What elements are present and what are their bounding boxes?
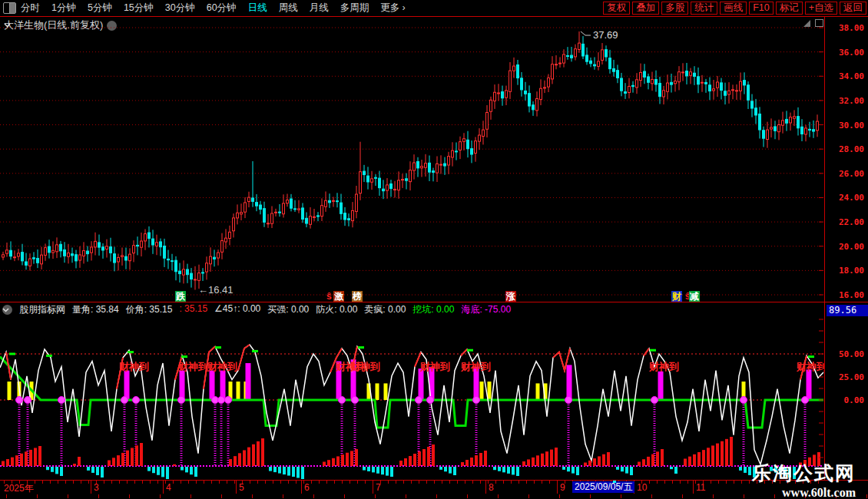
event-tag-涨: 涨: [505, 291, 516, 302]
axis-tick: [221, 494, 222, 498]
axis-tick: [388, 481, 389, 484]
indicator-field-1: 价角: 35.15: [126, 303, 173, 316]
toolbar-button-2[interactable]: 多股: [661, 2, 688, 15]
menu-item-7[interactable]: 周线: [279, 2, 298, 15]
axis-tick: [283, 494, 283, 498]
axis-border: [824, 17, 825, 494]
axis-tick: [196, 481, 197, 484]
watermark-url: www.60lt.com: [752, 486, 856, 499]
menu-item-8[interactable]: 月线: [310, 2, 329, 15]
month-separator: [163, 481, 164, 494]
axis-tick: [88, 481, 89, 484]
event-tag-减: 减: [689, 291, 700, 302]
chevron-down-icon[interactable]: [2, 305, 12, 315]
signal-label: 财神到: [350, 361, 380, 372]
axis-tick: [257, 481, 258, 484]
axis-tick: [104, 481, 104, 484]
toolbar-button-5[interactable]: F10: [749, 2, 774, 15]
signal-label: 财神到: [796, 361, 824, 372]
price-axis-label: 24.00: [828, 193, 864, 203]
month-label: 3: [94, 482, 99, 493]
signal-label: 财神到: [118, 361, 149, 372]
axis-tick: [157, 481, 158, 484]
indicator-field-2: : 35.15: [179, 303, 207, 316]
axis-tick: [744, 494, 744, 498]
price-axis-label: 32.00: [828, 96, 864, 106]
axis-tick: [442, 481, 442, 484]
price-axis-label: 34.00: [828, 71, 864, 81]
menu-item-9[interactable]: 多周期: [340, 2, 369, 15]
month-label: 4: [166, 482, 171, 493]
axis-tick: [357, 481, 358, 484]
axis-tick: [68, 494, 68, 498]
menu-item-1[interactable]: 1分钟: [51, 2, 76, 15]
menu-item-5[interactable]: 60分钟: [207, 2, 237, 15]
axis-tick: [480, 481, 481, 484]
watermark-site-name: 乐淘公式网: [752, 461, 856, 486]
price-axis-label: 18.00: [828, 266, 864, 276]
toolbar-button-1[interactable]: 叠加: [632, 2, 659, 15]
axis-tick: [411, 481, 412, 484]
event-tag-激: 激: [333, 291, 344, 302]
toolbar-button-4[interactable]: 画线: [720, 2, 747, 15]
month-label: 6: [304, 482, 310, 493]
panel-separator: [0, 302, 868, 302]
axis-tick: [250, 481, 250, 484]
axis-tick: [342, 481, 343, 484]
toolbar-button-6[interactable]: 标记: [776, 2, 803, 15]
axis-tick: [436, 494, 437, 498]
axis-tick: [81, 481, 81, 484]
axis-tick: [150, 481, 151, 484]
month-separator: [693, 481, 694, 494]
price-axis-label: 16.00: [828, 290, 864, 300]
axis-tick: [534, 481, 535, 484]
month-label: 7: [376, 482, 381, 493]
axis-tick: [98, 494, 99, 498]
cursor-tick: [613, 481, 616, 483]
axis-tick: [528, 494, 529, 498]
menu-item-10[interactable]: 更多 ›: [380, 2, 406, 15]
axis-tick: [73, 481, 74, 484]
toolbar-button-0[interactable]: 复权: [603, 2, 630, 15]
axis-tick: [50, 481, 51, 484]
axis-tick: [741, 481, 742, 484]
signal-label: 财神到: [460, 361, 491, 372]
indicator-axis-label: 50.00: [828, 349, 864, 359]
axis-tick: [127, 481, 128, 484]
axis-tick: [734, 481, 734, 484]
axis-tick: [503, 481, 504, 484]
top-menu-bar: 分时1分钟5分钟15分钟30分钟60分钟日线周线月线多周期更多 › 复权叠加多股…: [0, 0, 868, 17]
event-tag-财: 财: [671, 291, 682, 302]
menu-item-6[interactable]: 日线: [248, 2, 267, 15]
axis-tick: [542, 481, 542, 484]
axis-tick: [472, 481, 473, 484]
month-separator: [485, 481, 486, 494]
layout-split-icon[interactable]: [3, 2, 16, 14]
month-separator: [91, 481, 91, 494]
signal-label: 财神到: [419, 361, 450, 372]
month-separator: [373, 481, 373, 494]
price-axis-label: 28.00: [828, 144, 864, 154]
axis-tick: [119, 481, 120, 484]
candlestick-chart[interactable]: 37.69←16.41: [0, 17, 824, 302]
menu-item-3[interactable]: 15分钟: [124, 2, 154, 15]
axis-tick: [621, 494, 621, 498]
menu-item-0[interactable]: 分时: [21, 2, 40, 15]
axis-tick: [280, 481, 281, 484]
price-axis-label: 22.00: [828, 217, 864, 227]
toolbar-button-7[interactable]: +自选: [805, 2, 837, 15]
indicator-name[interactable]: 股朋指标网: [19, 303, 65, 316]
signal-label: 财神到: [177, 361, 208, 372]
axis-tick: [160, 494, 161, 498]
month-separator: [301, 481, 302, 494]
axis-tick: [657, 481, 658, 484]
menu-item-4[interactable]: 30分钟: [165, 2, 195, 15]
toolbar-button-3[interactable]: 统计: [691, 2, 717, 15]
date-axis[interactable]: 2025年345678910112025/09/05/五: [0, 480, 868, 495]
axis-tick: [234, 481, 235, 484]
indicator-field-3: ∠45↑: 0.00: [214, 303, 260, 316]
axis-tick: [219, 481, 220, 484]
indicator-chart[interactable]: 财神到财神到财神到财神到财神到财神到财神到财神到财神到: [0, 316, 824, 480]
menu-item-2[interactable]: 5分钟: [88, 2, 112, 15]
toolbar-button-8[interactable]: 返回: [840, 2, 866, 15]
